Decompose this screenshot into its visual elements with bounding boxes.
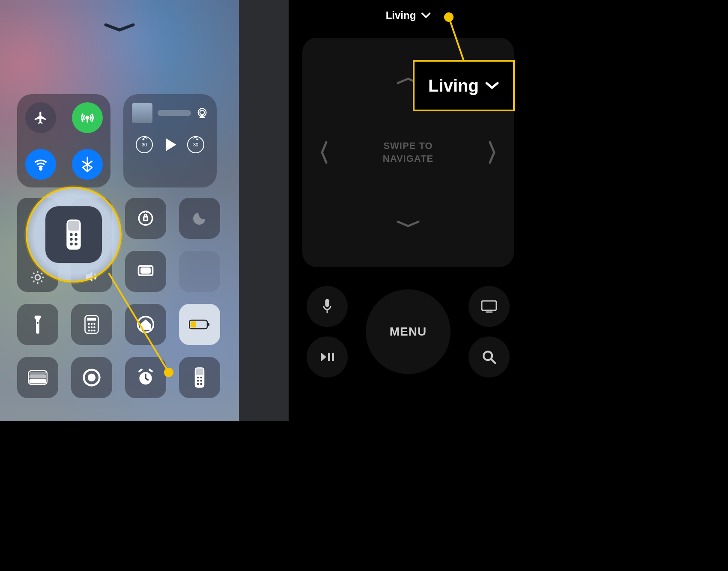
callout-endpoint-dot <box>164 368 173 377</box>
zoom-callout <box>26 187 122 283</box>
svg-line-40 <box>109 273 169 372</box>
apple-tv-remote-zoom-tile <box>45 206 102 263</box>
callout-label: Living <box>428 76 479 95</box>
svg-point-44 <box>75 233 78 236</box>
chevron-down-icon <box>485 81 499 90</box>
tv-remote-panel: Living SWIPE TO NAVIGATE <box>289 0 528 421</box>
svg-rect-42 <box>68 221 79 231</box>
device-selector-callout: Living <box>413 60 515 111</box>
control-center-panel: ↶30 ↷30 <box>0 0 239 421</box>
svg-point-48 <box>75 243 78 246</box>
svg-point-46 <box>75 238 78 241</box>
panel-divider <box>239 0 289 421</box>
callout-endpoint-dot-right <box>444 12 454 22</box>
svg-point-47 <box>70 243 73 246</box>
svg-line-56 <box>449 17 464 61</box>
svg-point-43 <box>70 233 73 236</box>
svg-point-45 <box>70 238 73 241</box>
